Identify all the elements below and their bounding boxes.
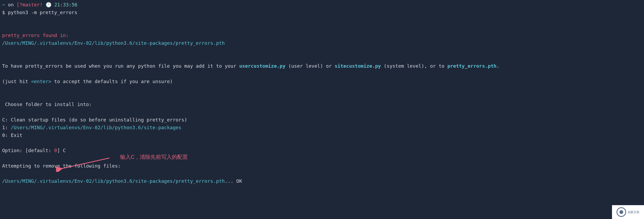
clock-icon: 🕐 <box>46 2 51 7</box>
choose-folder-prompt: Choose folder to install into: <box>2 101 642 108</box>
blank-line <box>2 86 642 93</box>
found-header: pretty_errors found in: <box>2 32 642 39</box>
svg-line-1 <box>61 158 109 169</box>
annotation-text: 输入C，清除先前写入的配置 <box>120 153 188 161</box>
watermark: 创新互联 <box>612 205 644 219</box>
hint-text: (just hit <enter> to accept the defaults… <box>2 78 642 86</box>
option-c: C: Clean startup files (do so before uni… <box>2 116 642 124</box>
timestamp: 21:33:56 <box>54 2 77 7</box>
watermark-text: 创新互联 <box>628 210 639 214</box>
option-input-line[interactable]: Option: [default: 0] C <box>2 147 642 155</box>
git-branch-indicator: [?master! <box>17 2 43 7</box>
option-0: 0: Exit <box>2 132 642 139</box>
option-1: 1: /Users/MING/.virtualenvs/Env-02/lib/p… <box>2 124 642 132</box>
shell-prompt-line1: ~ on [?master! 🕐 21:33:56 <box>2 1 642 9</box>
blank-line <box>2 139 642 147</box>
blank-line <box>2 70 642 78</box>
command-text: python3 -m pretty_errors <box>5 10 77 15</box>
annotation-arrow-icon <box>56 156 115 172</box>
watermark-logo-icon <box>617 207 626 217</box>
tilde-symbol: ~ <box>2 2 5 7</box>
shell-prompt-line2[interactable]: $ python3 -m pretty_errors <box>2 9 642 17</box>
blank-line <box>2 17 642 24</box>
blank-line <box>2 24 642 32</box>
result-line: /Users/MING/.virtualenvs/Env-02/lib/pyth… <box>2 177 642 185</box>
help-text: To have pretty_errors be used when you r… <box>2 62 642 70</box>
blank-line <box>2 93 642 101</box>
user-input: C <box>60 148 66 153</box>
blank-line <box>2 47 642 55</box>
blank-line <box>2 55 642 63</box>
blank-line <box>2 108 642 116</box>
found-path: /Users/MING/.virtualenvs/Env-02/lib/pyth… <box>2 39 642 47</box>
prompt-dollar: $ <box>2 10 5 15</box>
on-text: on <box>5 2 17 7</box>
